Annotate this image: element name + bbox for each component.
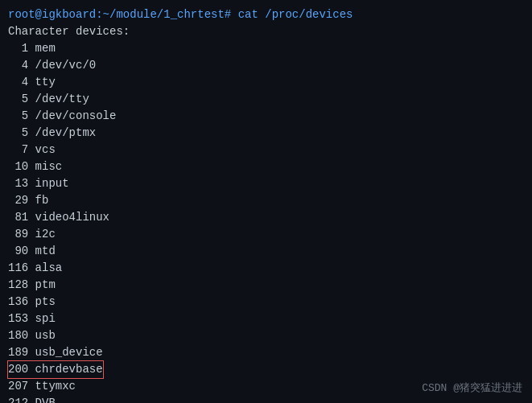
device-line: 90 mtd [8,243,524,260]
device-line: 212 DVB [8,395,524,403]
device-line: 136 pts [8,294,524,310]
device-line: 4 /dev/vc/0 [8,57,524,74]
device-line: 5 /dev/console [8,108,524,125]
device-line: 180 usb [8,327,524,344]
device-line: 5 /dev/ptmx [8,125,524,142]
device-line: 89 i2c [8,226,524,243]
device-line: 7 vcs [8,142,524,158]
device-line: 4 tty [8,74,524,91]
prompt-line: root@igkboard:~/module/1_chrtest# cat /p… [8,6,524,23]
device-line: 200 chrdevbase [8,361,524,378]
terminal-output: root@igkboard:~/module/1_chrtest# cat /p… [8,6,524,40]
device-line: 13 input [8,175,524,192]
terminal-window: root@igkboard:~/module/1_chrtest# cat /p… [0,0,532,403]
device-lines: 1 mem 4 /dev/vc/0 4 tty 5 /dev/tty 5 /de… [8,40,524,403]
device-line: 5 /dev/tty [8,91,524,108]
device-line: 189 usb_device [8,344,524,361]
device-line: 1 mem [8,40,524,57]
watermark: CSDN @猪突猛进进进 [422,380,522,395]
device-line: 10 misc [8,158,524,175]
device-line: 153 spi [8,310,524,327]
device-line: 116 alsa [8,260,524,277]
device-line: 81 video4linux [8,209,524,226]
header-line: Character devices: [8,23,524,40]
device-line: 29 fb [8,192,524,209]
device-line: 128 ptm [8,277,524,294]
